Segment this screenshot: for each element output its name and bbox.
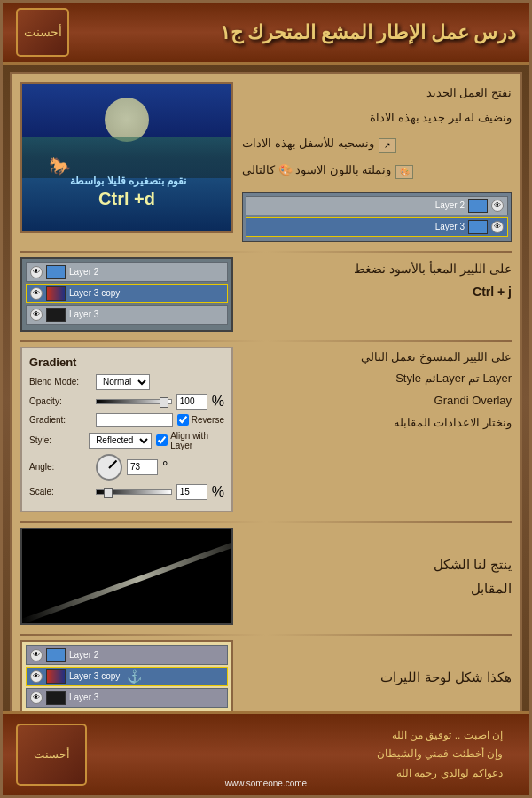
layer-name: Layer 3 xyxy=(69,692,98,702)
gradient-label: Gradient: xyxy=(29,415,91,425)
bottom-right-text: هكذا شكل لوحة الليرات xyxy=(242,640,512,715)
gradient-preview[interactable] xyxy=(96,413,173,427)
header-title: درس عمل الإطار المشع المتحرك ج١ xyxy=(220,21,517,44)
gradient-instruction-1: على الليير المنسوخ نعمل التالي xyxy=(242,347,512,369)
opacity-track xyxy=(96,399,172,404)
layer-row-active[interactable]: 👁 Layer 3 copy xyxy=(26,284,228,303)
top-text-line-4: ونملته باللون الاسود 🎨 كالتالي xyxy=(242,160,391,180)
layer-thumb xyxy=(46,265,66,279)
moon-decoration xyxy=(105,98,149,142)
layer-row[interactable]: 👁 Layer 2 xyxy=(26,262,228,282)
top-text-line-3: ونسحبه للأسفل بهذه الادات xyxy=(242,133,374,153)
preview-section: ينتج لنا الشكل المقابل xyxy=(20,528,512,625)
layer-thumbnail xyxy=(468,220,488,234)
gradient-row: Gradient: Reverse xyxy=(29,413,224,427)
gradient-instruction-2: Layer تم Layerئم Style xyxy=(242,368,512,390)
angle-indicator xyxy=(108,459,117,468)
divider-1 xyxy=(20,251,512,253)
layer-thumb xyxy=(46,648,66,662)
opacity-slider[interactable] xyxy=(96,399,172,404)
preview-right-text: ينتج لنا الشكل المقابل xyxy=(242,528,512,625)
layer-visibility-eye[interactable]: 👁 xyxy=(491,200,504,212)
footer-logo: أحسنت xyxy=(16,724,87,786)
layer-item-active[interactable]: 👁 Layer 3 xyxy=(246,217,508,237)
layer-row[interactable]: 👁 Layer 3 xyxy=(26,305,228,325)
divider-3 xyxy=(20,521,512,523)
eye-icon[interactable]: 👁 xyxy=(30,670,43,683)
blend-mode-row: Blend Mode: Normal xyxy=(29,374,224,390)
layer-thumbnail xyxy=(468,199,488,213)
eye-icon[interactable]: 👁 xyxy=(30,649,43,661)
angle-label: Angle: xyxy=(29,462,91,472)
blend-mode-select[interactable]: Normal xyxy=(96,374,150,390)
gradient-section: Gradient Blend Mode: Normal Opacity: xyxy=(20,347,512,512)
scale-unit: % xyxy=(212,484,224,500)
layer-label: Layer 3 xyxy=(435,222,465,231)
preview-image xyxy=(20,528,233,625)
main-content: 🐎 نقوم بتصغيره قليلا بواسطة Ctrl +d نفتح… xyxy=(10,72,522,725)
bottom-layers-section: 👁 Layer 2 👁 Layer 3 copy ⚓ 👁 Layer 3 xyxy=(20,640,512,715)
footer-line-1: إن اصبت .. توفيق من الله xyxy=(87,726,503,746)
light-streak xyxy=(20,533,233,623)
top-text-line-1: نفتح العمل الجديد xyxy=(242,82,512,103)
gradient-instruction-4: ونختار الاعدادات المقابله xyxy=(242,412,512,434)
layer-thumb xyxy=(46,691,66,705)
preview-text: ينتج لنا الشكل المقابل xyxy=(434,552,512,600)
divider-2 xyxy=(20,340,512,342)
scale-track xyxy=(96,489,172,495)
scale-input[interactable] xyxy=(176,484,207,500)
angle-wheel[interactable] xyxy=(96,454,122,481)
app-container: أحسنت درس عمل الإطار المشع المتحرك ج١ 🐎 … xyxy=(0,0,532,798)
angle-unit: ° xyxy=(162,459,168,475)
style-select[interactable]: Reflected xyxy=(89,433,152,449)
eye-icon[interactable]: 👁 xyxy=(30,309,43,321)
reverse-checkbox-label: Reverse xyxy=(177,414,224,426)
footer: أحسنت إن اصبت .. توفيق من الله وإن أخطئت… xyxy=(3,711,529,795)
opacity-row: Opacity: % xyxy=(29,394,224,410)
reverse-checkbox[interactable] xyxy=(177,414,189,426)
footer-url: www.someone.come xyxy=(225,778,307,788)
header: أحسنت درس عمل الإطار المشع المتحرك ج١ xyxy=(3,3,529,65)
gradient-instruction-3: Grandi Overlay xyxy=(242,390,512,412)
layers-right-text: على الليير المعبأ بالأسود نضغطCtrl + j xyxy=(242,257,512,332)
opacity-label: Opacity: xyxy=(29,396,91,406)
image-text-overlay: نقوم بتصغيره قليلا بواسطة xyxy=(31,174,226,187)
angle-input[interactable] xyxy=(127,459,158,475)
layer-label: Layer 2 xyxy=(435,200,465,210)
tutorial-image: 🐎 نقوم بتصغيره قليلا بواسطة Ctrl +d xyxy=(20,82,233,233)
bottom-text: هكذا شكل لوحة الليرات xyxy=(380,665,512,689)
layer-thumb xyxy=(46,669,66,684)
layers-section: 👁 Layer 2 👁 Layer 3 copy 👁 Layer 3 على ا… xyxy=(20,257,512,332)
bottom-layer-row[interactable]: 👁 Layer 3 xyxy=(26,688,228,708)
layer-name: Layer 3 copy xyxy=(69,671,120,681)
layer-name: Layer 2 xyxy=(69,650,98,660)
layer-item[interactable]: 👁 Layer 2 xyxy=(246,196,508,215)
layer-visibility-eye[interactable]: 👁 xyxy=(491,221,504,233)
scale-row: Scale: % xyxy=(29,484,224,500)
top-right-text: نفتح العمل الجديد ونضيف له لير جديد بهذه… xyxy=(242,82,512,242)
divider-4 xyxy=(20,634,512,636)
align-layer-label: Align with Layer xyxy=(156,431,224,450)
gradient-panel: Gradient Blend Mode: Normal Opacity: xyxy=(20,347,233,512)
scale-label: Scale: xyxy=(29,487,91,497)
paint-icon: 🎨 xyxy=(395,165,413,179)
layer-thumb xyxy=(46,286,66,301)
opacity-input[interactable] xyxy=(176,394,207,410)
bottom-layer-row[interactable]: 👁 Layer 2 xyxy=(26,645,228,665)
layers-panel-mid: 👁 Layer 2 👁 Layer 3 copy 👁 Layer 3 xyxy=(20,257,233,332)
bottom-layers-panel: 👁 Layer 2 👁 Layer 3 copy ⚓ 👁 Layer 3 xyxy=(20,640,233,715)
footer-line-2: وإن أخطئت فمني والشيطان xyxy=(87,745,503,764)
scale-slider[interactable] xyxy=(96,489,172,495)
align-layer-checkbox[interactable] xyxy=(156,434,168,446)
eye-icon[interactable]: 👁 xyxy=(30,287,43,300)
bottom-layer-row-active[interactable]: 👁 Layer 3 copy ⚓ xyxy=(26,667,228,686)
layer-name: Layer 3 copy xyxy=(69,288,120,298)
eye-icon[interactable]: 👁 xyxy=(30,266,43,278)
move-tool-icon: ↗ xyxy=(379,138,396,153)
opacity-unit: % xyxy=(212,394,224,410)
blend-mode-label: Blend Mode: xyxy=(29,377,91,387)
align-label: Align with Layer xyxy=(170,431,224,450)
eye-icon[interactable]: 👁 xyxy=(30,692,43,704)
style-row: Style: Reflected Align with Layer xyxy=(29,431,224,450)
footer-text: إن اصبت .. توفيق من الله وإن أخطئت فمني … xyxy=(87,726,516,784)
